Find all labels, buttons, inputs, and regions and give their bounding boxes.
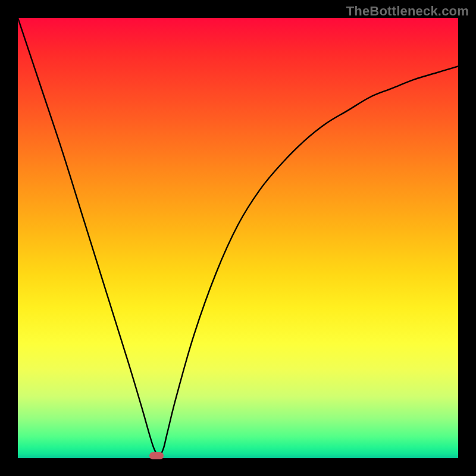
watermark-text: TheBottleneck.com [346,4,469,19]
optimal-point-marker [149,452,164,459]
bottleneck-curve [18,18,458,458]
plot-area [18,18,458,458]
chart-frame: TheBottleneck.com [0,0,476,476]
